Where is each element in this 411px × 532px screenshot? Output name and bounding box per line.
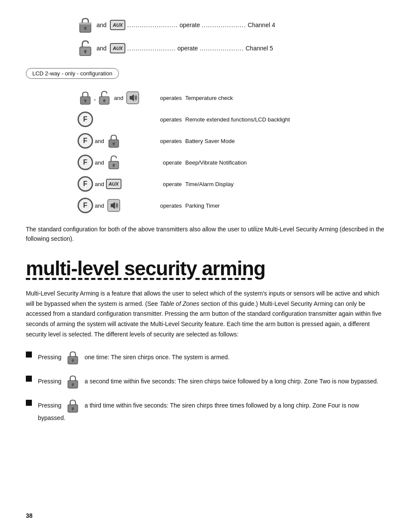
bullet-list: Pressing one time: The siren chirps once… [26,350,385,423]
config-icons-2: F [78,112,155,127]
and-text-r1: and [114,95,123,101]
speaker-icon-r1 [125,90,140,106]
func-icon-r4: F [78,155,93,170]
lock-closed-icon [78,17,93,33]
config-action-1: operates [155,95,185,101]
svg-rect-28 [72,384,74,386]
func-icon-r2: F [78,112,93,127]
config-desc-2: Remote extended functions/LCD backlight [185,116,290,123]
svg-rect-20 [113,165,114,167]
lock-open-icon-r4 [106,155,121,170]
config-row-6: F and operates Parking Timer [78,197,385,214]
lcd-box-text: LCD 2-way - only - configuration [26,68,119,79]
standard-config-text: The standard configuration for both of t… [26,224,385,244]
channel-section: and AUX ........................ operate… [26,17,385,56]
config-desc-6: Parking Timer [185,202,220,209]
pressing-text-3: Pressing [38,401,61,408]
config-desc-5: Time/Alarm Display [185,181,234,187]
config-row-3: F and operates Battery Saver Mode [78,132,385,149]
svg-rect-6 [85,51,86,53]
config-row-5: F and AUX operate Time/Alarm Display [78,175,385,193]
and-text-ch5: and [97,45,106,52]
bullet-content-3: Pressing a third time within five second… [38,398,385,423]
lock-open-icon [78,40,93,56]
channel5-label: Channel 5 [246,45,273,52]
config-icons-1: , and [78,90,155,106]
operate-text-ch4: operate [180,22,200,28]
section-desc: Multi-Level Security Arming is a feature… [26,289,385,340]
bullet-square-2 [26,376,32,382]
and-text-r6: and [95,202,104,209]
config-action-5: operate [155,181,185,187]
bullet-item-3: Pressing a third time within five second… [26,398,385,423]
dots-ch5: ....................... [127,45,175,52]
config-row-4: F and operate Beep/Vibrate Notification [78,154,385,171]
config-icons-4: F and [78,155,155,170]
dots-after-ch5: ..................... [199,45,244,52]
config-icons-3: F and [78,133,155,149]
bullet-item-1: Pressing one time: The siren chirps once… [26,350,385,365]
lock-open-icon-r1 [97,90,112,106]
section-desc-italic: Table of Zones [159,300,199,307]
bullet-item-2: Pressing a second time within five secon… [26,374,385,389]
and-text-r4: and [95,159,104,166]
config-icons-5: F and AUX [78,176,155,192]
svg-rect-2 [85,28,86,30]
svg-rect-9 [85,100,86,102]
and-text-r5: and [95,181,104,187]
pressing-text-1: Pressing [38,353,61,360]
bullet-content-2: Pressing a second time within five secon… [38,374,378,389]
lcd-config-label: LCD 2-way - only - configuration [26,64,385,89]
lock-inline-3 [66,398,79,413]
config-row-1: , and operates Temperature ch [78,89,385,106]
func-icon-r6: F [78,198,93,213]
aux-icon-r5: AUX [106,179,121,189]
config-action-4: operate [155,159,185,166]
svg-rect-3 [79,23,91,25]
and-text-ch4: and [97,22,106,28]
dots-after-ch4: ..................... [202,22,246,28]
bullet-square-1 [26,352,32,358]
lock-closed-icon-r3 [106,133,121,149]
aux-icon-ch5: AUX [110,43,125,53]
operate-text-ch5: operate [177,45,198,52]
config-action-6: operates [155,202,185,209]
config-desc-1: Temperature check [185,95,233,101]
channel4-label: Channel 4 [248,22,275,28]
speaker-icon-r6 [106,198,121,213]
bullet-text-1: one time: The siren chirps once. The sys… [84,353,229,360]
lock-inline-2 [66,374,79,389]
bullet-content-1: Pressing one time: The siren chirps once… [38,350,230,365]
config-desc-4: Beep/Vibrate Notification [185,159,247,166]
func-icon-r3: F [78,133,93,149]
config-row-2: F operates Remote extended functions/LCD… [78,111,385,128]
lock-inline-1 [66,350,79,365]
svg-rect-12 [104,100,105,102]
svg-rect-31 [72,408,74,410]
bullet-text-2: a second time within five seconds: The s… [84,377,378,384]
section-title: multi-level security arming [26,257,385,280]
comma-sep: , [94,94,96,102]
svg-rect-17 [113,143,114,145]
config-action-2: operates [155,116,185,123]
page-number: 38 [26,512,33,519]
config-desc-3: Battery Saver Mode [185,138,235,144]
svg-rect-25 [72,360,74,362]
aux-icon-ch4: AUX [110,20,125,30]
func-icon-r5: F [78,176,93,192]
config-action-3: operates [155,138,185,144]
lock-closed-icon-r1 [78,90,93,106]
channel4-row: and AUX ........................ operate… [78,17,385,33]
config-table: , and operates Temperature ch [78,89,385,214]
bullet-square-3 [26,400,32,406]
dots-ch4: ........................ [127,22,177,28]
pressing-text-2: Pressing [38,377,61,384]
and-text-r3: and [95,138,104,144]
config-icons-6: F and [78,198,155,213]
bullet-text-3: a third time within five seconds: The si… [38,401,359,421]
channel5-row: and AUX ....................... operate … [78,40,385,56]
